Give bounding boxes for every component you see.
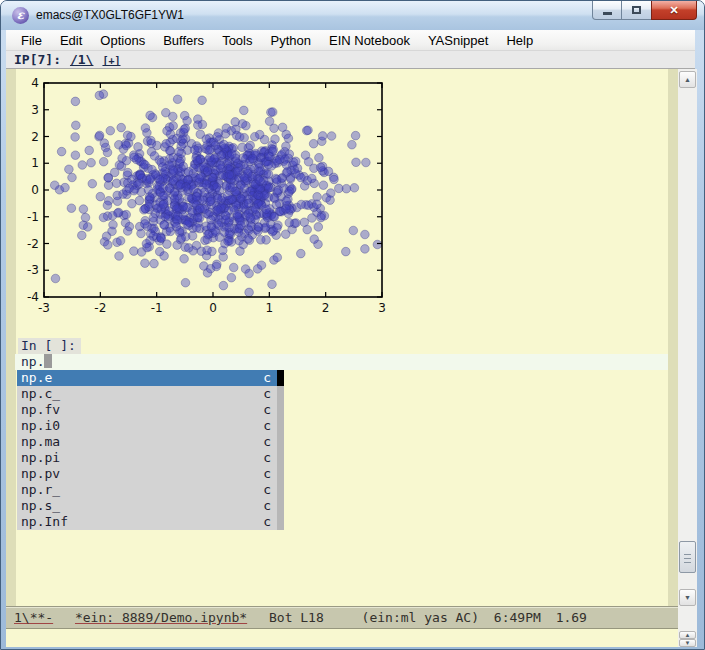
cell-input-line[interactable]: np.	[15, 354, 668, 370]
svg-text:-2: -2	[27, 237, 39, 251]
modeline-minor-modes: (ein:ml yas AC)	[362, 610, 479, 625]
ac-candidate-label: np.i0	[21, 418, 60, 433]
minibuffer-scroll-up-button[interactable]: ▲	[679, 631, 696, 639]
ac-popup-edge	[277, 450, 284, 466]
ac-popup-edge	[277, 514, 284, 530]
ac-candidate-label: np.Inf	[21, 514, 68, 529]
menu-item-yasnippet[interactable]: YASnippet	[419, 30, 497, 51]
notebook-buffer[interactable]: -3-2-10123-4-3-2-101234 In [ ]: np. np.e…	[16, 69, 668, 606]
menu-item-tools[interactable]: Tools	[213, 30, 261, 51]
right-fringe	[668, 69, 678, 606]
svg-text:0: 0	[209, 301, 217, 315]
scrollbar-thumb[interactable]	[679, 541, 696, 573]
mode-line[interactable]: 1\**- *ein: 8889/Demo.ipynb* Bot L18 (ei…	[6, 606, 678, 629]
menu-item-ein-notebook[interactable]: EIN Notebook	[320, 30, 419, 51]
kernel-prompt: IP[7]:	[14, 52, 61, 67]
ac-candidate-label: np.pv	[21, 466, 60, 481]
ac-candidate-label: np.c_	[21, 386, 60, 401]
title-bar[interactable]: ε emacs@TX0GLT6GF1YW1 ✕	[1, 1, 704, 30]
svg-text:-4: -4	[27, 290, 39, 304]
menu-item-options[interactable]: Options	[91, 30, 154, 51]
svg-text:1: 1	[266, 301, 274, 315]
ac-popup-edge	[277, 434, 284, 450]
modeline-buffer-name: *ein: 8889/Demo.ipynb*	[75, 610, 247, 625]
svg-text:-2: -2	[94, 301, 106, 315]
minibuffer[interactable]	[6, 629, 678, 647]
ac-popup-edge	[277, 402, 284, 418]
ac-candidate-label: np.ma	[21, 434, 60, 449]
minimize-icon	[603, 12, 612, 15]
scatter-plot-image: -3-2-10123-4-3-2-101234	[16, 73, 416, 325]
ac-candidate-annotation: c	[263, 402, 271, 418]
ac-popup-edge	[277, 418, 284, 434]
ac-candidate-np-ma[interactable]: np.mac	[17, 434, 284, 450]
minibuffer-scroll-down-button[interactable]: ▼	[679, 639, 696, 647]
ac-candidate-np-s_[interactable]: np.s_c	[17, 498, 284, 514]
modeline-coding-indicator: 1\**-	[14, 610, 53, 625]
svg-text:-3: -3	[27, 263, 39, 277]
ac-candidate-label: np.r_	[21, 482, 60, 497]
vertical-scrollbar[interactable]: ▲ ▼ ▲ ▼	[678, 69, 697, 647]
ac-candidate-np-c_[interactable]: np.c_c	[17, 386, 284, 402]
ac-popup-edge	[277, 482, 284, 498]
scroll-down-button[interactable]: ▼	[679, 589, 696, 606]
close-button[interactable]: ✕	[651, 1, 697, 20]
scroll-up-button[interactable]: ▲	[679, 71, 696, 88]
ac-candidate-np-fv[interactable]: np.fvc	[17, 402, 284, 418]
ac-candidate-np-e[interactable]: np.ec	[17, 370, 284, 386]
minimize-button[interactable]	[592, 1, 622, 20]
ac-popup-edge	[277, 386, 284, 402]
ac-candidate-np-pv[interactable]: np.pvc	[17, 466, 284, 482]
svg-text:3: 3	[31, 103, 39, 117]
new-worksheet-button[interactable]: [+]	[102, 55, 120, 66]
window-controls: ✕	[592, 1, 697, 20]
ac-candidate-annotation: c	[263, 434, 271, 450]
svg-text:-3: -3	[38, 301, 50, 315]
svg-text:0: 0	[31, 183, 39, 197]
ac-candidate-annotation: c	[263, 386, 271, 402]
menu-item-buffers[interactable]: Buffers	[154, 30, 213, 51]
menu-item-python[interactable]: Python	[261, 30, 319, 51]
ac-candidate-annotation: c	[263, 450, 271, 466]
ac-popup-edge	[277, 498, 284, 514]
left-fringe	[6, 69, 16, 606]
menu-item-file[interactable]: File	[12, 30, 51, 51]
ac-candidate-label: np.e	[21, 370, 52, 385]
menu-item-edit[interactable]: Edit	[51, 30, 91, 51]
svg-text:4: 4	[31, 76, 39, 90]
modeline-load-average: 1.69	[556, 610, 587, 625]
menu-bar: FileEditOptionsBuffersToolsPythonEIN Not…	[6, 30, 695, 51]
menu-item-help[interactable]: Help	[497, 30, 542, 51]
svg-text:2: 2	[31, 130, 39, 144]
svg-text:3: 3	[378, 301, 386, 315]
autocomplete-popup: np.ecnp.c_cnp.fvcnp.i0cnp.macnp.picnp.pv…	[17, 370, 284, 530]
window-title: emacs@TX0GLT6GF1YW1	[36, 1, 184, 30]
ac-candidate-label: np.pi	[21, 450, 60, 465]
notebook-header-line: IP[7]:/1\[+]	[6, 51, 695, 69]
ac-candidate-np-r_[interactable]: np.r_c	[17, 482, 284, 498]
ac-candidate-annotation: c	[263, 482, 271, 498]
worksheet-tab[interactable]: /1\	[70, 52, 93, 67]
ac-popup-edge	[277, 466, 284, 482]
ac-cursor-block	[277, 370, 284, 386]
svg-text:-1: -1	[27, 210, 39, 224]
maximize-button[interactable]	[622, 1, 651, 20]
ac-candidate-annotation: c	[263, 466, 271, 482]
ac-candidate-np-i0[interactable]: np.i0c	[17, 418, 284, 434]
svg-text:-1: -1	[151, 301, 163, 315]
svg-text:2: 2	[322, 301, 330, 315]
emacs-icon: ε	[12, 7, 29, 24]
ac-candidate-annotation: c	[263, 498, 271, 514]
ac-candidate-annotation: c	[263, 418, 271, 434]
ac-candidate-annotation: c	[263, 370, 271, 386]
ac-candidate-np-Inf[interactable]: np.Infc	[17, 514, 284, 530]
modeline-position: Bot L18	[269, 610, 324, 625]
cell-input-text: np.	[21, 354, 44, 369]
ac-candidate-annotation: c	[263, 514, 271, 530]
maximize-icon	[632, 6, 641, 14]
ac-candidate-label: np.s_	[21, 498, 60, 513]
cell-input-prompt: In [ ]:	[18, 338, 81, 354]
ac-candidate-label: np.fv	[21, 402, 60, 417]
ac-candidate-np-pi[interactable]: np.pic	[17, 450, 284, 466]
emacs-window: ε emacs@TX0GLT6GF1YW1 ✕ FileEditOptionsB…	[0, 0, 705, 650]
